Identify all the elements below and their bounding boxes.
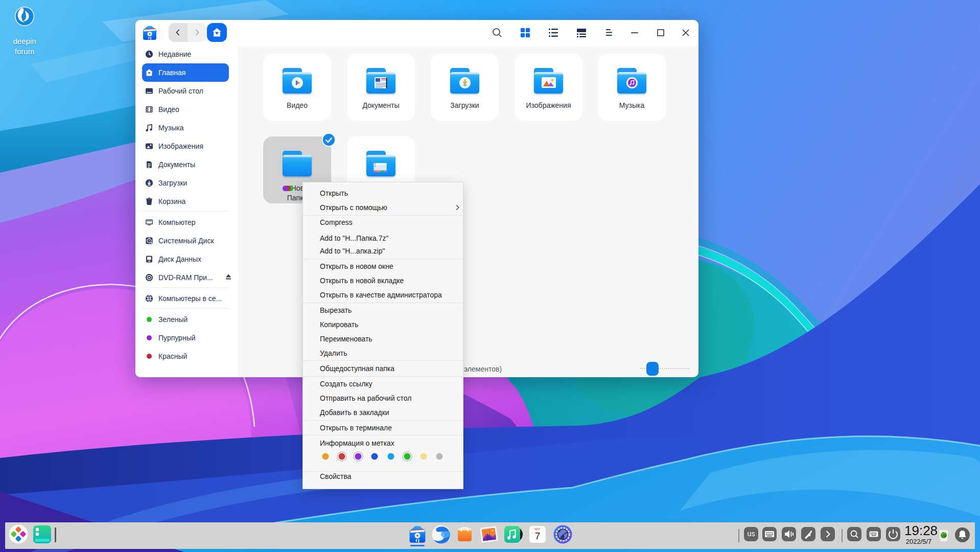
svg-text:7: 7 <box>535 531 541 541</box>
svg-text:MAY: MAY <box>534 527 541 531</box>
